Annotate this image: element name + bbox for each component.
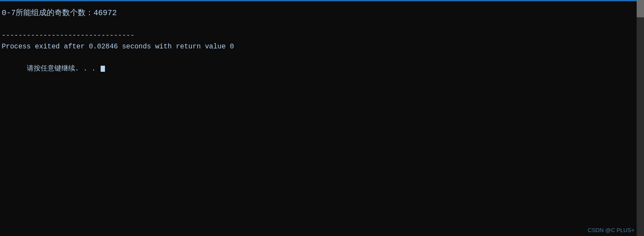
prompt-text: 请按任意键继续. . . bbox=[27, 65, 100, 73]
separator-line: -------------------------------- bbox=[2, 30, 642, 41]
terminal-content: 0-7所能组成的奇数个数：46972 ---------------------… bbox=[2, 3, 642, 86]
process-exit-line: Process exited after 0.02846 seconds wit… bbox=[2, 41, 642, 53]
top-border bbox=[0, 0, 644, 1]
terminal-window: 0-7所能组成的奇数个数：46972 ---------------------… bbox=[0, 0, 644, 236]
scrollbar[interactable]: ▲ bbox=[637, 0, 644, 236]
cursor bbox=[101, 66, 105, 72]
result-line: 0-7所能组成的奇数个数：46972 bbox=[2, 7, 642, 19]
prompt-line: 请按任意键继续. . . bbox=[2, 53, 642, 86]
watermark: CSDN @C PLUS+ bbox=[588, 227, 634, 233]
blank-line bbox=[2, 19, 642, 31]
scrollbar-thumb[interactable] bbox=[637, 0, 644, 17]
